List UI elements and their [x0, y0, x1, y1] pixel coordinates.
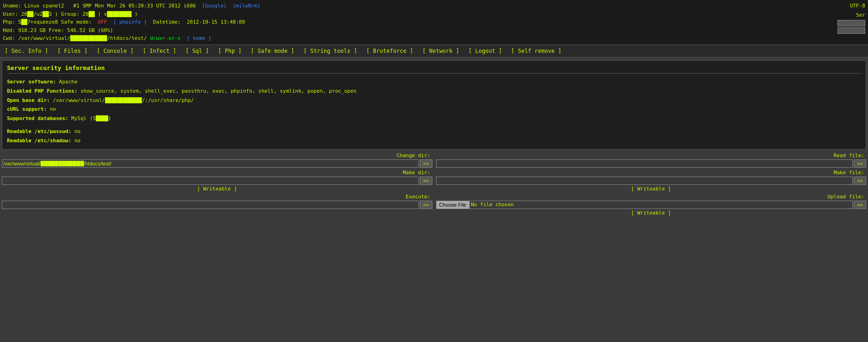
uname-value: Linux cpanel2	[24, 3, 64, 9]
readable-shadow-value: no	[75, 138, 81, 144]
top-right-controls: UTF-8 Ser	[837, 2, 865, 34]
change-dir-input[interactable]	[2, 159, 419, 168]
datetime-value: 2012-10-15 13:48:00	[187, 19, 245, 25]
php-value: 5██7+squeeze8 Safe mode:	[18, 19, 92, 25]
writeable-label-2: [ Writeable ]	[631, 186, 671, 192]
open-base-line: Open base dir: /var/www/virtual/████████…	[7, 96, 861, 105]
cwd-perms[interactable]: drwxr-xr-x	[150, 35, 181, 41]
nav-console[interactable]: [ Console ]	[92, 47, 138, 55]
curl-label: cURL support:	[7, 106, 47, 112]
curl-line: cURL support: no	[7, 105, 861, 114]
milw0rm-link[interactable]: [milw0rm]	[233, 3, 261, 9]
hdd-line: Hdd: 910.23 GB Free: 546.52 GB (60%)	[3, 26, 865, 35]
nav-logout[interactable]: [ Logout ]	[464, 47, 506, 55]
make-file-input-row: >>	[436, 177, 867, 185]
php-label: Php:	[3, 19, 15, 25]
open-base-label: Open base dir:	[7, 97, 50, 103]
readable-passwd-line: Readable /etc/passwd: no	[7, 127, 861, 136]
cwd-path: /var/www/virtual/████████████/htdocs/tes…	[18, 35, 147, 41]
nav-php[interactable]: [ Php ]	[213, 47, 246, 55]
make-dir-row: Make dir: >> [ Writeable ]	[2, 170, 432, 192]
header-bar: Uname: Linux cpanel2 #1 SMP Mon Mar 26 0…	[0, 0, 868, 44]
ser-label: Ser	[856, 11, 865, 19]
readable-passwd-value: no	[75, 128, 81, 134]
nav-infect[interactable]: [ Infect ]	[138, 47, 181, 55]
read-file-label: Read file:	[436, 152, 867, 158]
change-dir-input-row: >>	[2, 159, 432, 168]
choose-file-btn[interactable]: Choose File	[436, 201, 470, 209]
hdd-label: Hdd:	[3, 27, 15, 33]
make-dir-label: Make dir:	[2, 170, 432, 176]
make-file-row: Make file: >> [ Writeable ]	[436, 170, 867, 192]
execute-row: Execute: >>	[2, 194, 432, 209]
readable-shadow-line: Readable /etc/shadow: no	[7, 136, 861, 146]
supported-db-line: Supported databases: MySql (5████)	[7, 114, 861, 123]
utf-label: UTF-8	[850, 2, 865, 10]
upload-btn[interactable]: >>	[854, 201, 866, 209]
user-value: 20██/u2██3 ) Group: 20██ ( v████████ )	[21, 11, 138, 17]
read-file-input[interactable]	[436, 159, 853, 168]
nav-files[interactable]: [ Files ]	[53, 47, 92, 55]
curl-value: no	[50, 106, 56, 112]
user-line: User: 20██/u2██3 ) Group: 20██ ( v██████…	[3, 10, 865, 19]
uname-label: Uname:	[3, 3, 21, 9]
sec-info-section: Server security information Server softw…	[2, 60, 866, 150]
user-label: User:	[3, 11, 18, 17]
nav-sec-info[interactable]: [ Sec. Info ]	[0, 47, 53, 55]
nav-sql[interactable]: [ Sql ]	[181, 47, 214, 55]
upload-file-row: Upload file: Choose File No file chosen …	[436, 194, 867, 216]
server-software-label: Server software:	[7, 79, 56, 85]
php-line: Php: 5██7+squeeze8 Safe mode: OFF [ phpi…	[3, 18, 865, 26]
change-dir-label: Change dir:	[2, 152, 432, 158]
make-dir-input-row: >>	[2, 177, 432, 185]
phpinfo-link[interactable]: [ phpinfo ]	[113, 19, 147, 25]
writeable-label-1: [ Writeable ]	[197, 186, 237, 192]
cwd-label: Cwd:	[3, 35, 15, 41]
cwd-line: Cwd: /var/www/virtual/████████████/htdoc…	[3, 34, 865, 43]
ser-input-1[interactable]	[837, 20, 865, 26]
read-file-row: Read file: >>	[436, 152, 867, 168]
bottom-area	[0, 218, 868, 342]
make-dir-input[interactable]	[2, 177, 419, 185]
tools-left: Change dir: >> Make dir: >> [ Writeable …	[2, 152, 432, 216]
read-file-input-row: >>	[436, 159, 867, 168]
nav-safe-mode[interactable]: [ Safe mode ]	[246, 47, 299, 55]
google-link[interactable]: [Google]	[202, 3, 227, 9]
nav-bruteforce[interactable]: [ Bruteforce ]	[362, 47, 418, 55]
writeable-label-3: [ Writeable ]	[631, 210, 671, 216]
upload-file-label: Upload file:	[436, 194, 867, 200]
supported-db-label: Supported databases:	[7, 115, 68, 121]
supported-db-value: MySql (5████)	[71, 115, 111, 121]
readable-shadow-label: Readable /etc/shadow:	[7, 138, 71, 144]
nav-bar: [ Sec. Info ] [ Files ] [ Console ] [ In…	[0, 44, 868, 57]
execute-input-row: >>	[2, 201, 432, 209]
make-file-btn[interactable]: >>	[854, 177, 866, 185]
make-file-input[interactable]	[436, 177, 853, 185]
nav-self-remove[interactable]: [ Self remove ]	[506, 47, 566, 55]
datetime-label: Datetime:	[153, 19, 181, 25]
read-file-btn[interactable]: >>	[854, 159, 866, 168]
disabled-php-label: Disabled PHP Functions:	[7, 88, 77, 94]
make-file-label: Make file:	[436, 170, 867, 176]
header-info: Uname: Linux cpanel2 #1 SMP Mon Mar 26 0…	[3, 2, 865, 10]
safe-mode-value: OFF	[98, 19, 107, 25]
server-software-line: Server software: Apache	[7, 77, 861, 87]
tools-section: Change dir: >> Make dir: >> [ Writeable …	[2, 152, 866, 216]
tools-right: Read file: >> Make file: >> [ Writeable …	[436, 152, 867, 216]
execute-input[interactable]	[2, 201, 419, 209]
change-dir-btn[interactable]: >>	[420, 159, 432, 168]
sec-info-title: Server security information	[7, 64, 861, 74]
nav-string-tools[interactable]: [ String tools ]	[299, 47, 362, 55]
execute-btn[interactable]: >>	[420, 201, 432, 209]
ser-input-2[interactable]	[837, 27, 865, 34]
change-dir-row: Change dir: >>	[2, 152, 432, 168]
make-dir-btn[interactable]: >>	[420, 177, 432, 185]
disabled-php-value: show_source, system, shell_exec, passthr…	[81, 88, 356, 94]
hdd-value: 910.23 GB Free: 546.52 GB (60%)	[18, 27, 113, 33]
execute-label: Execute:	[2, 194, 432, 200]
open-base-value: /var/www/virtual/████████████/:/usr/shar…	[53, 97, 194, 103]
home-link[interactable]: [ home ]	[187, 35, 211, 41]
nav-network[interactable]: [ Network ]	[418, 47, 464, 55]
disabled-php-line: Disabled PHP Functions: show_source, sys…	[7, 87, 861, 96]
readable-passwd-label: Readable /etc/passwd:	[7, 128, 71, 134]
